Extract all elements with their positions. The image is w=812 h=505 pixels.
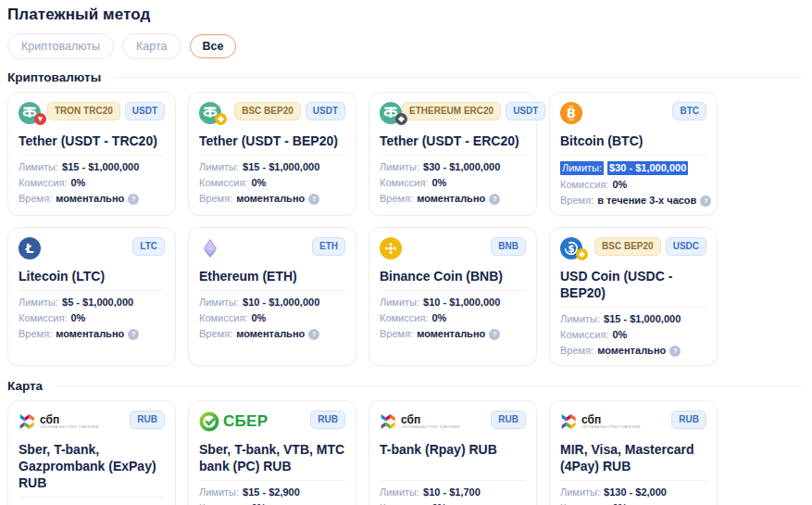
time-row: Время: моментально ? xyxy=(199,328,345,340)
limits-row: Лимиты: $15 - $1,000,000 xyxy=(199,161,345,173)
time-value: моментально xyxy=(56,193,124,205)
fee-value: 0% xyxy=(431,177,446,189)
badge-usdc: USDC xyxy=(666,237,706,256)
fee-label: Комиссия: xyxy=(380,312,428,324)
limits-value: $15 - $2,900 xyxy=(243,486,300,499)
help-icon[interactable]: ? xyxy=(489,194,500,205)
limits-label: Лимиты: xyxy=(380,161,419,173)
card-details: Лимиты: $15 - $1,000,000 Комиссия: 0% Вр… xyxy=(19,155,165,205)
limits-label: Лимиты: xyxy=(199,297,239,309)
svg-text:B: B xyxy=(567,106,576,120)
limits-value: $15 - $1,000,000 xyxy=(604,313,681,325)
card-header: сбпсистема быстрых платежей RUB xyxy=(560,410,706,434)
svg-text:$: $ xyxy=(568,244,575,254)
network-badges: ETHEREUM ERC20USDT xyxy=(402,102,545,120)
tab-cryptocurrencies[interactable]: Криптовалюты xyxy=(7,33,114,59)
badge-rub: RUB xyxy=(130,410,165,429)
limits-row: Лимиты: $130 - $2,000 xyxy=(560,486,706,499)
help-icon[interactable]: ? xyxy=(308,194,319,205)
limits-label: Лимиты: xyxy=(199,486,239,499)
card-details: Лимиты: $15 - $1,700 Комиссия: 0% Время:… xyxy=(19,497,165,505)
badge-bsc-bep20: BSC BEP20 xyxy=(594,237,661,256)
payment-method-title: Litecoin (LTC) xyxy=(19,268,165,284)
fee-label: Комиссия: xyxy=(380,177,428,189)
tether-tron-icon xyxy=(19,102,41,124)
payment-method-card[interactable]: Ł LTC Litecoin (LTC) Лимиты: $5 - $1,000… xyxy=(7,227,176,366)
card-details: Лимиты: $5 - $1,000,000 Комиссия: 0% Вре… xyxy=(19,290,165,340)
limits-label: Лимиты: xyxy=(380,486,419,499)
usdc-bsc-icon: $ xyxy=(560,237,582,259)
fee-value: 0% xyxy=(612,329,627,341)
time-label: Время: xyxy=(560,195,593,207)
tab-card[interactable]: Карта xyxy=(122,33,181,59)
tab-all[interactable]: Все xyxy=(190,34,237,58)
payment-method-card[interactable]: $ BSC BEP20USDC USD Coin (USDC - BEP20) … xyxy=(549,227,718,366)
payment-method-card[interactable]: BSC BEP20USDT Tether (USDT - BEP20) Лими… xyxy=(188,92,356,216)
network-badges: RUB xyxy=(310,410,345,429)
time-row: Время: моментально ? xyxy=(560,345,706,357)
card-header: BSC BEP20USDT xyxy=(199,102,345,125)
sbp-wordmark: сбп xyxy=(40,415,98,425)
limits-value: $10 - $1,700 xyxy=(423,486,481,499)
time-value: в течение 3-х часов xyxy=(597,195,696,207)
section-divider xyxy=(114,77,803,78)
fee-row: Комиссия: 0% xyxy=(19,177,165,189)
card-header: $ BSC BEP20USDC xyxy=(560,237,706,260)
payment-method-card[interactable]: ETH Ethereum (ETH) Лимиты: $10 - $1,000,… xyxy=(188,227,356,366)
fee-label: Комиссия: xyxy=(19,177,67,189)
limits-value: $10 - $1,000,000 xyxy=(243,297,319,309)
payment-method-card[interactable]: сбпсистема быстрых платежей RUB MIR, Vis… xyxy=(549,400,718,505)
help-icon[interactable]: ? xyxy=(128,194,139,205)
badge-usdt: USDT xyxy=(125,102,165,120)
payment-method-card[interactable]: TRON TRC20USDT Tether (USDT - TRC20) Лим… xyxy=(7,92,176,216)
fee-row: Комиссия: 0% xyxy=(380,312,526,324)
payment-method-title: Bitcoin (BTC) xyxy=(560,133,706,149)
time-row: Время: в течение 3-х часов ? xyxy=(560,195,706,207)
card-header: BNB xyxy=(380,237,526,260)
help-icon[interactable]: ? xyxy=(489,329,500,340)
time-value: моментально xyxy=(597,345,666,357)
time-label: Время: xyxy=(199,328,232,340)
limits-value: $130 - $2,000 xyxy=(604,486,667,499)
fee-value: 0% xyxy=(70,312,85,324)
cards-grid: TRON TRC20USDT Tether (USDT - TRC20) Лим… xyxy=(7,92,803,366)
sbp-wordmark: сбп xyxy=(581,415,640,425)
fee-row: Комиссия: 0% xyxy=(199,312,345,324)
section-divider xyxy=(56,385,803,386)
payment-method-card[interactable]: ETHEREUM ERC20USDT Tether (USDT - ERC20)… xyxy=(369,92,537,216)
time-row: Время: моментально ? xyxy=(19,193,165,205)
litecoin-icon: Ł xyxy=(19,237,41,259)
time-value: моментально xyxy=(417,193,485,205)
network-badges: ETH xyxy=(312,237,345,256)
limits-row: Лимиты: $15 - $2,900 xyxy=(199,486,345,499)
limits-label: Лимиты: xyxy=(199,161,239,173)
limits-row: Лимиты: $30 - $1,000,000 xyxy=(560,161,706,175)
section-title: Криптовалюты xyxy=(7,70,101,84)
payment-method-card[interactable]: сбпсистема быстрых платежей RUB Sber, T-… xyxy=(7,400,176,505)
limits-label: Лимиты: xyxy=(560,313,600,325)
payment-method-card[interactable]: B BTC Bitcoin (BTC) Лимиты: $30 - $1,000… xyxy=(549,92,718,216)
badge-bsc-bep20: BSC BEP20 xyxy=(234,102,301,120)
section-header: Криптовалюты xyxy=(7,70,803,84)
svg-text:Ł: Ł xyxy=(25,241,34,256)
payment-method-card[interactable]: СБЕР RUB Sber, T-bank, VTB, MTC bank (PC… xyxy=(188,400,356,505)
help-icon[interactable]: ? xyxy=(669,346,681,357)
payment-method-card[interactable]: BNB Binance Coin (BNB) Лимиты: $10 - $1,… xyxy=(369,227,537,366)
help-icon[interactable]: ? xyxy=(308,329,319,340)
time-label: Время: xyxy=(199,193,232,205)
time-value: моментально xyxy=(417,328,485,340)
fee-label: Комиссия: xyxy=(560,329,608,341)
time-row: Время: моментально ? xyxy=(380,193,526,205)
network-badges: BSC BEP20USDC xyxy=(594,237,706,256)
badge-ltc: LTC xyxy=(132,237,165,256)
help-icon[interactable]: ? xyxy=(128,329,139,340)
page-title: Платежный метод xyxy=(7,6,803,24)
payment-method-page: Платежный метод Криптовалюты Карта Все К… xyxy=(0,0,812,505)
sbp-icon: сбпсистема быстрых платежей xyxy=(19,410,98,433)
limits-row: Лимиты: $15 - $1,000,000 xyxy=(19,161,165,173)
payment-method-card[interactable]: сбпсистема быстрых платежей RUB T-bank (… xyxy=(369,400,537,505)
badge-tron-trc20: TRON TRC20 xyxy=(47,102,120,120)
network-badges: LTC xyxy=(132,237,165,256)
help-icon[interactable]: ? xyxy=(700,196,711,207)
sbp-subtext: система быстрых платежей xyxy=(581,425,640,429)
